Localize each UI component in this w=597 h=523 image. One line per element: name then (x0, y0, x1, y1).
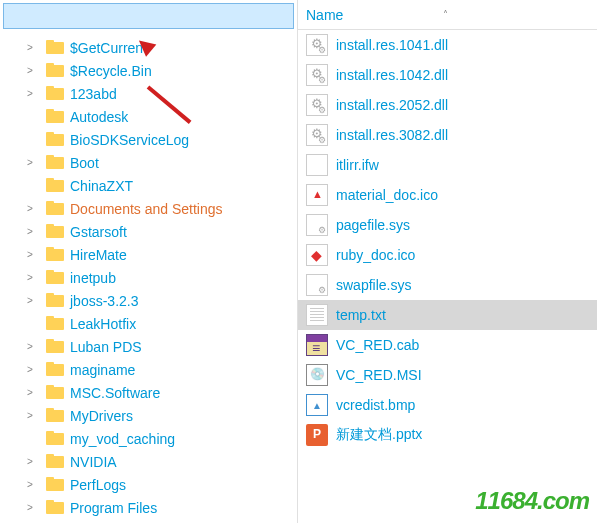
folder-icon (46, 270, 64, 285)
folder-tree-panel: >$GetCurrent>$Recycle.Bin>123abd>Autodes… (0, 0, 298, 523)
tree-item-label: Program Files (70, 500, 157, 516)
tree-item[interactable]: >BioSDKServiceLog (0, 128, 297, 151)
tree-item[interactable]: >Gstarsoft (0, 220, 297, 243)
file-row[interactable]: ruby_doc.ico (298, 240, 597, 270)
expand-icon[interactable]: > (24, 341, 36, 352)
file-label: install.res.1041.dll (336, 37, 448, 53)
expand-icon[interactable]: > (24, 295, 36, 306)
expand-icon[interactable]: > (24, 157, 36, 168)
expand-icon[interactable]: > (24, 387, 36, 398)
file-row[interactable]: install.res.2052.dll (298, 90, 597, 120)
expand-icon[interactable]: > (24, 272, 36, 283)
tree-item-label: my_vod_caching (70, 431, 175, 447)
expand-icon[interactable]: > (24, 226, 36, 237)
file-label: install.res.2052.dll (336, 97, 448, 113)
tree-item[interactable]: >MyDrivers (0, 404, 297, 427)
ifw-icon (306, 154, 328, 176)
folder-icon (46, 201, 64, 216)
expand-icon[interactable]: > (24, 502, 36, 513)
tree-item[interactable]: >ChinaZXT (0, 174, 297, 197)
file-row[interactable]: 新建文档.pptx (298, 420, 597, 450)
dll-icon (306, 94, 328, 116)
file-label: 新建文档.pptx (336, 426, 422, 444)
file-row[interactable]: itlirr.ifw (298, 150, 597, 180)
tree-item-label: $Recycle.Bin (70, 63, 152, 79)
tree-item[interactable]: >inetpub (0, 266, 297, 289)
expand-icon[interactable]: > (24, 479, 36, 490)
file-row[interactable]: temp.txt (298, 300, 597, 330)
folder-tree[interactable]: >$GetCurrent>$Recycle.Bin>123abd>Autodes… (0, 32, 297, 523)
tree-item-label: NVIDIA (70, 454, 117, 470)
name-column-label: Name (306, 7, 343, 23)
file-label: pagefile.sys (336, 217, 410, 233)
file-row[interactable]: pagefile.sys (298, 210, 597, 240)
folder-icon (46, 408, 64, 423)
txt-icon (306, 304, 328, 326)
tree-item-label: jboss-3.2.3 (70, 293, 138, 309)
tree-item[interactable]: >HireMate (0, 243, 297, 266)
expand-icon[interactable]: > (24, 42, 36, 53)
tree-item[interactable]: >maginame (0, 358, 297, 381)
tree-item[interactable]: >$GetCurrent (0, 36, 297, 59)
tree-item[interactable]: >Documents and Settings (0, 197, 297, 220)
tree-item-label: Autodesk (70, 109, 128, 125)
tree-item-label: Gstarsoft (70, 224, 127, 240)
tree-item[interactable]: >Program Files (x86) (0, 519, 297, 523)
tree-item[interactable]: >$Recycle.Bin (0, 59, 297, 82)
expand-icon[interactable]: > (24, 203, 36, 214)
tree-item[interactable]: >PerfLogs (0, 473, 297, 496)
tree-item-label: ChinaZXT (70, 178, 133, 194)
file-row[interactable]: VC_RED.MSI (298, 360, 597, 390)
tree-item[interactable]: >jboss-3.2.3 (0, 289, 297, 312)
expand-icon[interactable]: > (24, 249, 36, 260)
sort-arrow-icon: ˄ (443, 9, 448, 20)
expand-icon[interactable]: > (24, 456, 36, 467)
rar-icon (306, 334, 328, 356)
tree-item[interactable]: >MSC.Software (0, 381, 297, 404)
tree-item[interactable]: >my_vod_caching (0, 427, 297, 450)
expand-icon[interactable]: > (24, 364, 36, 375)
folder-icon (46, 109, 64, 124)
path-input[interactable] (3, 3, 294, 29)
expand-icon[interactable]: > (24, 88, 36, 99)
bmp-icon (306, 394, 328, 416)
tree-item-label: 123abd (70, 86, 117, 102)
file-label: VC_RED.MSI (336, 367, 422, 383)
tree-item-label: MyDrivers (70, 408, 133, 424)
file-list-panel: Name ˄ install.res.1041.dllinstall.res.1… (298, 0, 597, 523)
tree-item[interactable]: >Boot (0, 151, 297, 174)
folder-icon (46, 178, 64, 193)
tree-item-label: PerfLogs (70, 477, 126, 493)
pptx-icon (306, 424, 328, 446)
file-row[interactable]: material_doc.ico (298, 180, 597, 210)
file-label: swapfile.sys (336, 277, 411, 293)
ico-ruby-icon (306, 244, 328, 266)
file-row[interactable]: vcredist.bmp (298, 390, 597, 420)
folder-icon (46, 155, 64, 170)
file-row[interactable]: install.res.1042.dll (298, 60, 597, 90)
tree-item[interactable]: >Autodesk (0, 105, 297, 128)
file-label: vcredist.bmp (336, 397, 415, 413)
file-label: install.res.1042.dll (336, 67, 448, 83)
folder-icon (46, 247, 64, 262)
tree-item[interactable]: >LeakHotfix (0, 312, 297, 335)
tree-item[interactable]: >NVIDIA (0, 450, 297, 473)
tree-item[interactable]: >123abd (0, 82, 297, 105)
column-header[interactable]: Name ˄ (298, 0, 597, 30)
tree-item[interactable]: >Luban PDS (0, 335, 297, 358)
tree-item[interactable]: >Program Files (0, 496, 297, 519)
file-label: temp.txt (336, 307, 386, 323)
tree-item-label: Boot (70, 155, 99, 171)
file-list[interactable]: install.res.1041.dllinstall.res.1042.dll… (298, 30, 597, 523)
tree-item-label: Luban PDS (70, 339, 142, 355)
ico-red-icon (306, 184, 328, 206)
tree-item-label: LeakHotfix (70, 316, 136, 332)
expand-icon[interactable]: > (24, 410, 36, 421)
folder-icon (46, 63, 64, 78)
file-label: VC_RED.cab (336, 337, 419, 353)
expand-icon[interactable]: > (24, 65, 36, 76)
file-row[interactable]: install.res.3082.dll (298, 120, 597, 150)
file-row[interactable]: VC_RED.cab (298, 330, 597, 360)
file-row[interactable]: install.res.1041.dll (298, 30, 597, 60)
file-row[interactable]: swapfile.sys (298, 270, 597, 300)
